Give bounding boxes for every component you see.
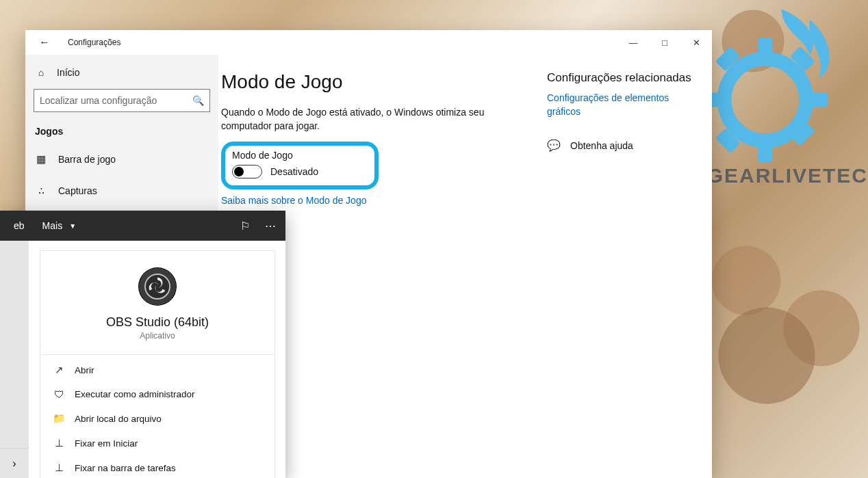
app-type: Aplicativo [140,331,175,341]
ctx-pin-taskbar[interactable]: ⊥ Fixar na barra de tarefas [40,455,275,478]
app-card: OBS Studio (64bit) Aplicativo ↗ Abrir 🛡 … [40,250,275,478]
pin-start-icon: ⊥ [53,437,65,449]
open-icon: ↗ [53,364,65,376]
ctx-open-location[interactable]: 📁 Abrir local do arquivo [40,406,275,431]
learn-more-link[interactable]: Saiba mais sobre o Modo de Jogo [221,195,547,206]
minimize-button[interactable]: ― [617,30,649,55]
help-icon: 💬 [547,139,561,152]
svg-rect-4 [803,93,828,107]
search-placeholder: Localizar uma configuração [40,95,192,106]
chevron-down-icon: ▼ [69,222,76,230]
admin-icon: 🛡 [53,388,65,400]
related-title: Configurações relacionadas [547,71,704,85]
sidebar-section-title: Jogos [25,120,218,144]
toggle-knob [234,167,244,176]
related-link[interactable]: Configurações de elementos gráficos [547,92,691,118]
pin-task-icon: ⊥ [53,462,65,474]
start-panel-header: eb Mais ▼ ⚐ ⋯ [0,211,285,241]
page-title: Modo de Jogo [221,71,547,93]
sidebar-home[interactable]: ⌂ Início [25,60,218,85]
sidebar-item-label: Capturas [58,185,97,196]
sidebar-item-game-bar[interactable]: ▦ Barra de jogo [25,144,218,175]
search-input[interactable]: Localizar uma configuração 🔍 [34,89,210,112]
ctx-open[interactable]: ↗ Abrir [40,358,275,382]
svg-point-0 [724,59,806,141]
home-icon: ⌂ [35,67,47,78]
folder-icon: 📁 [53,412,65,425]
back-button[interactable]: ← [34,36,55,49]
toggle-label: Modo de Jogo [232,150,368,161]
start-context-panel: eb Mais ▼ ⚐ ⋯ › [0,211,285,478]
sidebar-item-captures[interactable]: ⛬ Capturas [25,175,218,206]
ctx-label: Executar como administrador [75,389,195,399]
svg-rect-1 [758,38,773,62]
ctx-label: Abrir [75,365,94,375]
context-menu: ↗ Abrir 🛡 Executar como administrador 📁 … [40,355,275,478]
capture-icon: ⛬ [35,185,47,196]
start-shelf: › [0,241,29,478]
ctx-pin-start[interactable]: ⊥ Fixar em Iniciar [40,431,275,455]
annotation-highlight: Modo de Jogo Desativado [221,142,379,189]
svg-rect-2 [758,137,773,162]
brand-text: GEARLIVETEC [707,164,868,187]
titlebar: ← Configurações ― □ ✕ [25,30,712,55]
page-description: Quando o Modo de Jogo está ativado, o Wi… [221,105,495,133]
header-cut-text: eb [14,220,25,231]
chevron-right-icon: › [12,457,16,470]
maximize-button[interactable]: □ [649,30,680,55]
shelf-expand-button[interactable]: › [0,448,29,478]
pin-icon[interactable]: ⚐ [240,220,250,233]
sidebar-home-label: Início [57,67,79,78]
game-mode-toggle[interactable] [232,165,262,178]
obs-icon [138,267,177,306]
desktop-wallpaper: GEARLIVETEC ← Configurações ― □ ✕ ⌂ Iníc… [0,0,868,478]
toggle-state: Desativado [270,166,318,177]
sidebar-item-label: Barra de jogo [58,154,116,165]
ctx-label: Abrir local do arquivo [75,414,162,424]
ctx-label: Fixar em Iniciar [75,438,138,449]
help-label: Obtenha ajuda [570,140,633,151]
game-bar-icon: ▦ [35,153,47,165]
header-more-label[interactable]: Mais [42,220,63,231]
window-title: Configurações [68,38,120,47]
search-icon: 🔍 [192,95,204,106]
help-link[interactable]: 💬 Obtenha ajuda [547,139,704,152]
close-button[interactable]: ✕ [680,30,712,55]
more-icon[interactable]: ⋯ [265,220,276,233]
ctx-run-admin[interactable]: 🛡 Executar como administrador [40,382,275,406]
app-name: OBS Studio (64bit) [106,315,209,330]
ctx-label: Fixar na barra de tarefas [75,463,176,473]
